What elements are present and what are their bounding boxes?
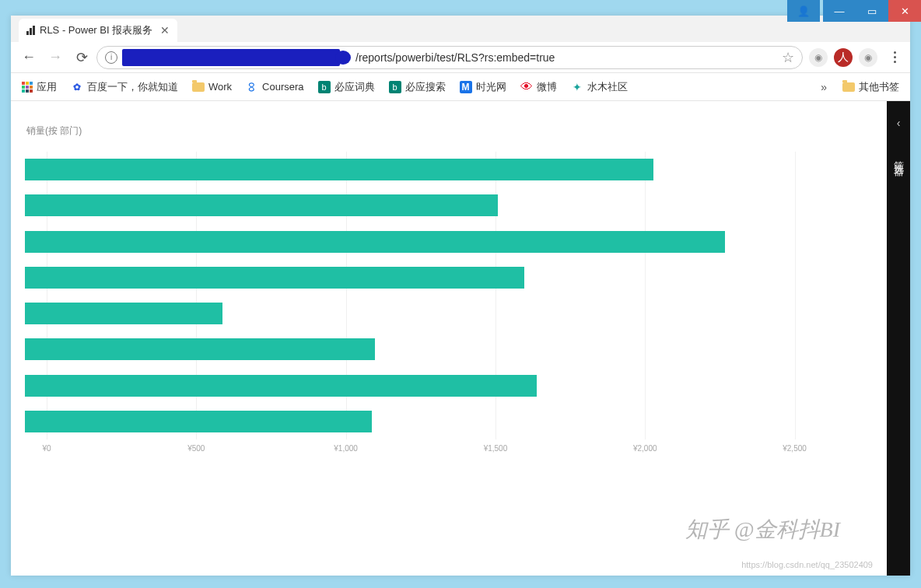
folder-icon: [842, 82, 855, 92]
x-tick-label: ¥500: [187, 444, 205, 453]
window-minimize-button[interactable]: —: [823, 0, 856, 22]
bing-icon: b: [318, 81, 331, 93]
powerbi-icon: [26, 26, 35, 35]
site-info-icon[interactable]: i: [105, 51, 117, 64]
bar-row[interactable]: 北京: [47, 152, 825, 187]
bar[interactable]: [25, 375, 537, 397]
window-close-button[interactable]: ✕: [888, 0, 921, 22]
browser-menu-button[interactable]: [885, 51, 904, 63]
bar-row[interactable]: 南京: [47, 261, 825, 295]
bookmark-label: 应用: [37, 80, 57, 94]
browser-tab[interactable]: RLS - Power BI 报表服务 ✕: [19, 19, 177, 42]
nav-back-button[interactable]: ←: [17, 46, 40, 69]
bar-row[interactable]: 广州: [47, 188, 825, 222]
bookmark-apps[interactable]: 应用: [17, 77, 61, 97]
extension-icon-1[interactable]: ◉: [809, 48, 828, 67]
x-tick-label: ¥2,500: [783, 444, 807, 453]
bar-row[interactable]: 上海: [47, 296, 825, 331]
bookmark-overflow-button[interactable]: »: [814, 81, 833, 93]
nav-forward-button[interactable]: →: [44, 46, 67, 69]
tab-title: RLS - Power BI 报表服务: [40, 23, 152, 37]
tab-close-button[interactable]: ✕: [160, 24, 170, 37]
bookmark-item-baidu[interactable]: ✿ 百度一下，你就知道: [66, 77, 183, 97]
url-text: /reports/powerbi/test/RLS?rs:embed=true: [355, 51, 555, 64]
extension-icon-3[interactable]: ◉: [859, 48, 877, 67]
bookmark-label: 必应搜索: [405, 80, 446, 94]
apps-icon: [22, 82, 33, 93]
bookmark-label: 水木社区: [587, 80, 628, 94]
folder-icon: [192, 82, 205, 92]
bookmark-other-folder[interactable]: 其他书签: [838, 77, 904, 97]
extension-icon-2[interactable]: 人: [834, 48, 853, 67]
bookmark-label: 时光网: [476, 80, 506, 94]
bookmark-label: 百度一下，你就知道: [87, 80, 178, 94]
watermark-text: 知乎 @金科抖BI: [685, 515, 840, 544]
x-tick-label: ¥0: [42, 444, 51, 453]
window-maximize-button[interactable]: ▭: [856, 0, 888, 22]
chart-bars: 北京广州杭州南京上海深圳天津武汉: [47, 152, 825, 439]
watermark-url: https://blog.csdn.net/qq_23502409: [741, 560, 873, 569]
url-input[interactable]: i /reports/powerbi/test/RLS?rs:embed=tru…: [96, 46, 803, 69]
bookmark-item-weibo[interactable]: 👁 微博: [516, 77, 562, 97]
browser-window: RLS - Power BI 报表服务 ✕ ← → ⟳ i /reports/p…: [11, 16, 910, 576]
bar[interactable]: [25, 159, 653, 180]
mtime-icon: M: [460, 81, 472, 93]
bing-icon: b: [389, 81, 401, 93]
bookmark-label: Coursera: [262, 81, 303, 93]
bar-row[interactable]: 天津: [47, 369, 825, 403]
report-area[interactable]: 销量(按 部门) 北京广州杭州南京上海深圳天津武汉 ¥0¥500¥1,000¥1…: [11, 101, 887, 576]
baidu-icon: ✿: [71, 81, 83, 93]
bookmark-item-smth[interactable]: ✦ 水木社区: [566, 77, 632, 97]
bar-row[interactable]: 武汉: [47, 404, 825, 439]
panel-expand-button[interactable]: ‹: [897, 117, 901, 129]
bookmark-item-bing-dict[interactable]: b 必应词典: [313, 77, 380, 97]
coursera-icon: ∞: [246, 81, 258, 93]
bookmark-label: 必应词典: [334, 80, 375, 94]
weibo-icon: 👁: [520, 81, 533, 93]
bookmark-star-icon[interactable]: ☆: [782, 49, 794, 66]
bookmark-item-bing-search[interactable]: b 必应搜索: [384, 77, 450, 97]
bookmark-label: 微博: [537, 80, 557, 94]
bar-row[interactable]: 深圳: [47, 332, 825, 366]
bookmark-label: Work: [208, 81, 232, 93]
smth-icon: ✦: [571, 81, 583, 93]
bookmark-item-mtime[interactable]: M 时光网: [455, 77, 511, 97]
filter-panel-collapsed: ‹ 筛选器: [887, 101, 910, 576]
bar-chart[interactable]: 北京广州杭州南京上海深圳天津武汉: [47, 152, 825, 439]
bar-row[interactable]: 杭州: [47, 225, 825, 259]
bar[interactable]: [25, 411, 372, 432]
address-bar: ← → ⟳ i /reports/powerbi/test/RLS?rs:emb…: [11, 42, 910, 73]
window-user-button[interactable]: 👤: [787, 0, 820, 22]
bar[interactable]: [25, 267, 524, 289]
url-redacted: [122, 49, 340, 66]
filter-panel-label[interactable]: 筛选器: [891, 152, 905, 162]
bar[interactable]: [25, 338, 375, 360]
bookmark-item-coursera[interactable]: ∞ Coursera: [241, 78, 308, 96]
x-tick-label: ¥2,000: [633, 444, 657, 453]
window-controls: 👤 — ▭ ✕: [787, 0, 921, 22]
chart-title: 销量(按 部门): [26, 124, 871, 138]
nav-reload-button[interactable]: ⟳: [70, 46, 93, 69]
tab-strip: RLS - Power BI 报表服务 ✕: [11, 16, 910, 42]
x-tick-label: ¥1,500: [484, 444, 508, 453]
bookmark-label: 其他书签: [859, 80, 899, 94]
bookmark-bar: 应用 ✿ 百度一下，你就知道 Work ∞ Coursera b 必应词典 b …: [11, 73, 910, 101]
bar[interactable]: [25, 303, 222, 324]
bookmark-item-work[interactable]: Work: [187, 78, 236, 96]
page-content: 销量(按 部门) 北京广州杭州南京上海深圳天津武汉 ¥0¥500¥1,000¥1…: [11, 101, 910, 576]
bar[interactable]: [25, 231, 725, 253]
chart-x-axis: ¥0¥500¥1,000¥1,500¥2,000¥2,500: [47, 444, 825, 460]
x-tick-label: ¥1,000: [334, 444, 358, 453]
bar[interactable]: [25, 194, 498, 216]
